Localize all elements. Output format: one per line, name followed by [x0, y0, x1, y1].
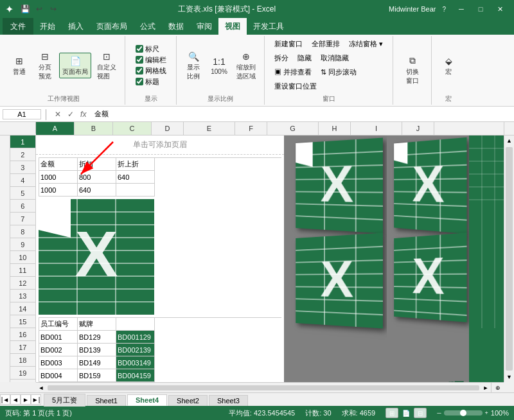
row-header-6[interactable]: 6: [10, 200, 35, 213]
custom-views-btn[interactable]: ⊡ 自定义视图: [94, 48, 120, 83]
ruler-checkbox[interactable]: 标尺: [136, 44, 166, 54]
tab-formulas[interactable]: 公式: [134, 18, 162, 35]
tab-home[interactable]: 开始: [33, 18, 62, 35]
undo-qa-btn[interactable]: ↩: [33, 3, 46, 15]
normal-view-status-btn[interactable]: ⊞: [386, 408, 398, 418]
reset-window-btn[interactable]: 重设窗口位置: [271, 80, 320, 93]
scroll-down-btn[interactable]: ▼: [504, 372, 514, 382]
page-5[interactable]: X: [394, 232, 466, 322]
zoom-selection-btn[interactable]: ⊕ 缩放到选区域: [233, 48, 259, 83]
formulabar-check-input[interactable]: [136, 56, 143, 64]
zoom-btn[interactable]: 🔍 显示比例: [182, 48, 205, 83]
confirm-formula-icon[interactable]: ✓: [65, 109, 76, 120]
tab-pagelayout[interactable]: 页面布局: [90, 18, 134, 35]
page-layout-status-btn[interactable]: 📄: [400, 408, 412, 418]
sheet-tab-5yuegongzi[interactable]: 5月工资: [44, 394, 85, 407]
cell-a1[interactable]: 金额: [39, 158, 78, 171]
view-side-by-side-btn[interactable]: ▣ 并排查看: [271, 66, 315, 79]
cell-b17[interactable]: 赋牌: [78, 318, 116, 331]
cell-b3[interactable]: 640: [78, 184, 116, 197]
macro-btn[interactable]: ⬙ 宏: [437, 53, 460, 78]
cell-b19[interactable]: BD139: [78, 344, 116, 356]
row-header-16[interactable]: 16: [10, 328, 35, 341]
zoom-minus-btn[interactable]: ─: [437, 410, 441, 416]
cell-b18[interactable]: BD129: [78, 331, 116, 344]
row-header-18[interactable]: 18: [10, 354, 35, 367]
page-break-status-btn[interactable]: ⊟: [414, 408, 427, 418]
row-header-9[interactable]: 9: [10, 238, 35, 251]
gridlines-checkbox[interactable]: 网格线: [136, 66, 166, 76]
scroll-up-btn[interactable]: ▲: [504, 136, 514, 146]
gridlines-check-input[interactable]: [136, 67, 143, 74]
zoom-slider[interactable]: [444, 410, 483, 416]
col-header-c[interactable]: C: [113, 122, 152, 135]
row-header-13[interactable]: 13: [10, 290, 35, 302]
cell-a3[interactable]: 1000: [39, 184, 78, 197]
sheet-tab-sheet2[interactable]: Sheet2: [168, 395, 208, 406]
tab-next-btn[interactable]: ►: [21, 394, 31, 405]
split-btn[interactable]: 拆分: [271, 51, 292, 65]
h-scroll-thumb[interactable]: [48, 385, 479, 390]
sync-scroll-btn[interactable]: ⇅ 同步滚动: [317, 66, 360, 79]
cell-b2[interactable]: 800: [78, 171, 116, 184]
cell-c3[interactable]: [116, 184, 155, 197]
row-header-14[interactable]: 14: [10, 302, 35, 315]
sheet-tab-sheet1[interactable]: Sheet1: [87, 395, 126, 406]
cell-reference-input[interactable]: [3, 109, 41, 119]
cell-c21[interactable]: BD004159: [116, 369, 155, 382]
vertical-scrollbar[interactable]: ▲ ▼: [504, 136, 514, 382]
cell-a21[interactable]: BD004: [39, 369, 78, 382]
tab-developer[interactable]: 开发工具: [247, 18, 290, 35]
save-qa-btn[interactable]: 💾: [19, 3, 31, 15]
add-sheet-btn[interactable]: ⊕: [491, 383, 504, 393]
row-header-7[interactable]: 7: [10, 213, 35, 225]
page-3[interactable]: X: [296, 233, 383, 329]
minimize-button[interactable]: ─: [452, 0, 470, 18]
row-header-15[interactable]: 15: [10, 315, 35, 328]
col-header-b[interactable]: B: [75, 122, 113, 135]
tab-file[interactable]: 文件: [3, 18, 33, 35]
zoom-slider-thumb[interactable]: [460, 410, 466, 416]
tab-first-btn[interactable]: |◄: [0, 394, 10, 405]
unhide-btn[interactable]: 取消隐藏: [317, 51, 352, 65]
cell-b21[interactable]: BD159: [78, 369, 116, 382]
tab-view[interactable]: 视图: [218, 18, 247, 35]
cell-c17[interactable]: [116, 318, 155, 331]
row-header-4[interactable]: 4: [10, 174, 35, 187]
tab-data[interactable]: 数据: [162, 18, 190, 35]
cell-a18[interactable]: BD001: [39, 331, 78, 344]
headings-check-input[interactable]: [136, 78, 143, 85]
cancel-formula-icon[interactable]: ✕: [52, 109, 64, 120]
tab-last-btn[interactable]: ►|: [31, 394, 41, 405]
page-break-preview-btn[interactable]: ⊟ 分页预览: [33, 48, 57, 83]
zoom-100-btn[interactable]: 1:1 100%: [208, 53, 231, 77]
cell-c19[interactable]: BD002139: [116, 344, 155, 356]
row-header-10[interactable]: 10: [10, 251, 35, 264]
cell-a20[interactable]: BD003: [39, 356, 78, 369]
tab-insert[interactable]: 插入: [62, 18, 90, 35]
row-header-2[interactable]: 2: [10, 148, 35, 161]
page-2[interactable]: X: [296, 138, 383, 234]
row-header-12[interactable]: 12: [10, 277, 35, 290]
page-header-hint[interactable]: 单击可添加页眉: [36, 136, 284, 155]
tab-review[interactable]: 审阅: [190, 18, 218, 35]
row-header-5[interactable]: 5: [10, 187, 35, 200]
maximize-button[interactable]: □: [472, 0, 490, 18]
cell-c20[interactable]: BD003149: [116, 356, 155, 369]
col-header-f[interactable]: F: [235, 122, 267, 135]
page-4[interactable]: X: [394, 137, 466, 234]
row-header-19[interactable]: 19: [10, 367, 35, 380]
cell-b20[interactable]: BD149: [78, 356, 116, 369]
row-header-1[interactable]: 1: [10, 136, 35, 148]
fx-icon[interactable]: fx: [78, 109, 89, 120]
freeze-panes-btn[interactable]: 冻结窗格 ▾: [346, 37, 386, 51]
cell-a17[interactable]: 员工编号: [39, 318, 78, 331]
new-window-btn[interactable]: 新建窗口: [271, 37, 306, 51]
tab-prev-btn[interactable]: ◄: [10, 394, 21, 405]
row-header-20[interactable]: 20: [10, 380, 35, 382]
close-button[interactable]: ✕: [491, 0, 509, 18]
col-header-d[interactable]: D: [152, 122, 184, 135]
formula-bar-checkbox[interactable]: 编辑栏: [136, 55, 166, 65]
sheet-tab-sheet4[interactable]: Sheet4: [127, 394, 167, 406]
row-header-11[interactable]: 11: [10, 264, 35, 277]
